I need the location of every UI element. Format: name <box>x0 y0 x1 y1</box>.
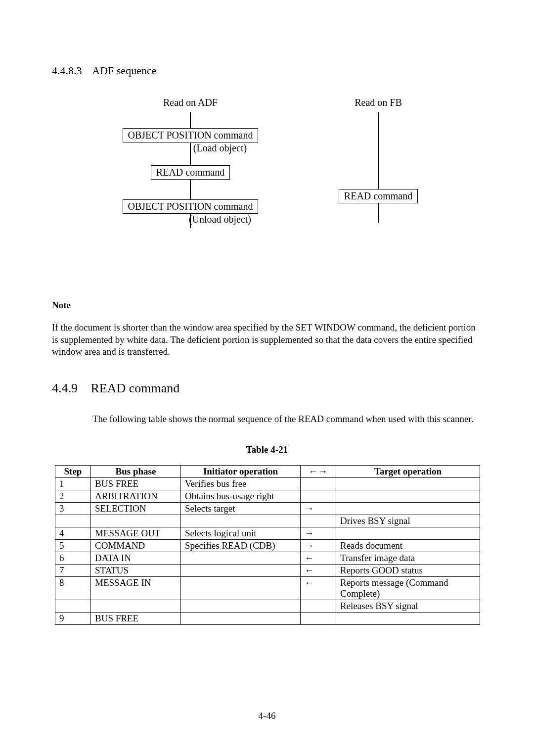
cell-target <box>336 527 480 540</box>
table-row: Releases BSY signal <box>55 600 480 613</box>
cell-target <box>336 478 480 490</box>
cell-direction <box>301 490 336 503</box>
cell-direction: → <box>301 540 336 552</box>
table-row: 9 BUS FREE <box>55 613 480 625</box>
cell-initiator <box>181 577 301 600</box>
flow-label-adf: Read on ADF <box>111 97 269 108</box>
flow-diagram: Read on ADF OBJECT POSITION command (Loa… <box>87 97 447 280</box>
flow-box-read-fb: READ command <box>339 189 418 203</box>
th-step: Step <box>55 466 91 478</box>
cell-direction: → <box>301 527 336 540</box>
cell-step: 5 <box>55 540 91 552</box>
cell-step: 9 <box>55 613 91 625</box>
connector <box>190 180 191 199</box>
cell-target <box>336 503 480 515</box>
cell-initiator <box>181 565 301 577</box>
connector <box>190 143 191 165</box>
flow-aside-load: (Load object) <box>171 142 269 154</box>
cell-initiator: Selects target <box>181 503 301 515</box>
cell-target: Reads document <box>336 540 480 552</box>
connector <box>378 112 379 189</box>
table-row: 1 BUS FREE Verifies bus free <box>55 478 480 490</box>
cell-phase: ARBITRATION <box>91 490 181 503</box>
th-bus-phase: Bus phase <box>91 466 181 478</box>
cell-step: 6 <box>55 552 91 565</box>
cell-target <box>336 613 480 625</box>
flow-aside-unload: (Unload object) <box>171 214 269 225</box>
connector <box>378 203 379 223</box>
cell-target: Drives BSY signal <box>336 515 480 527</box>
cell-phase: STATUS <box>91 565 181 577</box>
cell-target <box>336 490 480 503</box>
cell-phase: BUS FREE <box>91 478 181 490</box>
cell-phase: MESSAGE IN <box>91 577 181 600</box>
cell-direction: ← <box>301 577 336 600</box>
cell-initiator: Obtains bus-usage right <box>181 490 301 503</box>
cell-initiator <box>181 613 301 625</box>
heading-number: 4.4.8.3 <box>52 64 82 77</box>
flow-box-object-position-load: OBJECT POSITION command <box>123 128 259 142</box>
flow-col-fb: Read on FB READ command <box>324 97 433 223</box>
cell-initiator <box>181 515 301 527</box>
cell-phase: COMMAND <box>91 540 181 552</box>
cell-step <box>55 515 91 527</box>
connector <box>190 112 191 128</box>
cell-direction <box>301 613 336 625</box>
cell-step: 8 <box>55 577 91 600</box>
cell-step: 3 <box>55 503 91 515</box>
th-direction: ←→ <box>301 466 336 478</box>
heading-number: 4.4.9 <box>52 381 88 396</box>
intro-text: The following table shows the normal seq… <box>92 414 482 425</box>
table-row: 2 ARBITRATION Obtains bus-usage right <box>55 490 480 503</box>
cell-direction: ← <box>301 552 336 565</box>
cell-step <box>55 600 91 613</box>
heading-title: ADF sequence <box>92 64 156 77</box>
cell-direction <box>301 478 336 490</box>
cell-initiator: Verifies bus free <box>181 478 301 490</box>
cell-step: 1 <box>55 478 91 490</box>
cell-direction: ← <box>301 565 336 577</box>
cell-phase <box>91 515 181 527</box>
cell-phase: BUS FREE <box>91 613 181 625</box>
cell-target: Reports message (Command Complete) <box>336 577 480 600</box>
cell-phase <box>91 600 181 613</box>
note-body: If the document is shorter than the wind… <box>52 322 482 358</box>
table-row: Drives BSY signal <box>55 515 480 527</box>
cell-step: 4 <box>55 527 91 540</box>
page-number: 4-46 <box>0 710 534 721</box>
flow-box-read-adf: READ command <box>151 165 230 180</box>
flow-col-adf: Read on ADF OBJECT POSITION command (Loa… <box>111 97 269 228</box>
cell-phase: SELECTION <box>91 503 181 515</box>
flow-box-object-position-unload: OBJECT POSITION command <box>123 199 259 214</box>
heading-adf-sequence: 4.4.8.3 ADF sequence <box>52 64 482 77</box>
th-initiator: Initiator operation <box>181 466 301 478</box>
table-row: 6 DATA IN ← Transfer image data <box>55 552 480 565</box>
table-row: 8 MESSAGE IN ← Reports message (Command … <box>55 577 480 600</box>
cell-phase: MESSAGE OUT <box>91 527 181 540</box>
cell-direction: → <box>301 503 336 515</box>
cell-initiator <box>181 600 301 613</box>
table-row: 4 MESSAGE OUT Selects logical unit → <box>55 527 480 540</box>
table-row: 5 COMMAND Specifies READ (CDB) → Reads d… <box>55 540 480 552</box>
page: 4.4.8.3 ADF sequence Read on ADF OBJECT … <box>0 0 534 756</box>
heading-read-command: 4.4.9 READ command <box>52 381 482 396</box>
read-command-table: Step Bus phase Initiator operation ←→ Ta… <box>55 465 480 625</box>
cell-direction <box>301 600 336 613</box>
table-caption: Table 4-21 <box>52 444 482 455</box>
table-row: 7 STATUS ← Reports GOOD status <box>55 565 480 577</box>
flow-label-fb: Read on FB <box>324 97 433 108</box>
cell-step: 7 <box>55 565 91 577</box>
table-header-row: Step Bus phase Initiator operation ←→ Ta… <box>55 466 480 478</box>
cell-initiator: Specifies READ (CDB) <box>181 540 301 552</box>
heading-title: READ command <box>91 381 180 395</box>
cell-initiator <box>181 552 301 565</box>
cell-direction <box>301 515 336 527</box>
cell-initiator: Selects logical unit <box>181 527 301 540</box>
cell-target: Releases BSY signal <box>336 600 480 613</box>
cell-target: Reports GOOD status <box>336 565 480 577</box>
cell-target: Transfer image data <box>336 552 480 565</box>
note-heading: Note <box>52 300 482 311</box>
table-row: 3 SELECTION Selects target → <box>55 503 480 515</box>
cell-phase: DATA IN <box>91 552 181 565</box>
th-target: Target operation <box>336 466 480 478</box>
